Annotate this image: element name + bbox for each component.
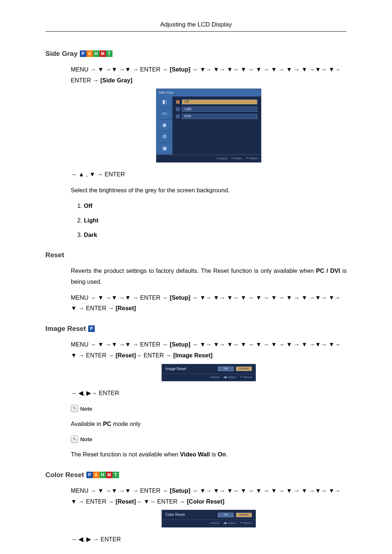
osd-option-light: Light [176,107,257,112]
badge-m-icon: M [106,472,113,478]
on-label: On [217,451,226,457]
badge-p-icon: P [86,472,93,478]
radio-icon [176,115,180,118]
path-segment: MENU → ▼ →▼ →▼ → ENTER → [71,66,170,73]
osd-dialog: Color Reset Ok Cancel ♦ Move ◀▶ Adjust ↶… [162,510,256,527]
page-header: Adjusting the LCD Display [45,21,347,32]
note-row: ✎ Note [71,404,347,414]
osd-option-off: Off [176,99,257,104]
badge-h-icon: H [99,472,106,478]
text-segment: Reverts the product settings to factory … [71,267,316,274]
option-label: Off [182,99,257,104]
reset-heading-text: Reset [45,251,64,259]
radio-icon [176,107,180,111]
ok-button: Ok [218,366,234,371]
text-segment: mode only [111,420,141,427]
text-segment: is [210,451,217,457]
badge-m-icon: M [99,50,106,57]
badge-a-icon: A [86,50,93,57]
list-item: Off [84,201,347,212]
dialog-title: Image Reset [166,366,186,372]
image-reset-postnav: → ◀, ▶→ ENTER [71,388,347,399]
target-label: [Color Reset] [187,498,225,505]
badge-p-icon: P [88,325,95,332]
osd-option-dark: Dark [176,114,257,119]
cancel-button: Cancel [236,366,252,371]
osd-footer-return: ↶ Return [246,156,258,161]
dialog-title: Color Reset [166,512,185,518]
list-item: Light [84,215,347,226]
dialog-hint-adjust: ◀▶ Adjust [223,521,236,526]
pc-label: PC [103,420,111,427]
color-reset-dialog: Color Reset Ok Cancel ♦ Move ◀▶ Adjust ↶… [71,510,347,527]
channel-icon: ◉ [156,120,172,131]
side-gray-heading: Side Gray P A H M T [45,50,347,58]
setup-icon: ⚙ [156,131,172,143]
image-reset-content: MENU → ▼ →▼ →▼ → ENTER → [Setup] → ▼→ ▼→… [71,339,347,460]
path-segment: MENU → ▼ →▼ →▼ → ENTER → [71,487,170,494]
cancel-button: Cancel [236,513,252,517]
note-label: Note [80,434,92,444]
side-gray-heading-text: Side Gray [45,50,78,58]
side-gray-postnav: → ▲ , ▼ → ENTER [71,169,347,180]
badge-t-icon: T [106,50,113,57]
dialog-hint-return: ↶ Return [240,375,252,380]
picture-icon: ◧ [156,97,172,108]
note-icon: ✎ [71,436,78,443]
note-row: ✎ Note [71,434,347,444]
radio-selected-icon [176,100,180,104]
color-reset-path: MENU → ▼ →▼ →▼ → ENTER → [Setup] → ▼→ ▼→… [71,485,347,507]
osd-footer-adjust: ♦ Adjust [217,156,227,161]
side-gray-options-list: Off Light Dark [84,201,347,240]
input-icon: ▣ [156,143,172,155]
ok-button: Ok [218,513,234,517]
setup-label: [Setup] [170,487,191,494]
image-reset-dialog: Image Reset Ok Cancel ♦ Move ◀▶ Adjust ↶… [71,364,347,381]
osd-options: Off Light Dark [172,97,261,155]
setup-label: [Setup] [170,66,191,73]
sound-icon: ▭ [156,108,172,120]
list-item-label: Off [84,202,93,209]
target-label: [Image Reset] [173,352,212,358]
reset-content: Reverts the product settings to factory … [71,266,347,314]
path-segment: → ENTER → [136,352,173,358]
image-reset-note2: The Reset function is not available when… [71,449,347,460]
text-segment: . [226,451,228,457]
color-reset-heading: Color Reset P A H M T [45,471,347,479]
image-reset-heading-text: Image Reset [45,325,86,333]
list-item-label: Light [84,217,98,223]
image-reset-heading: Image Reset P [45,325,347,333]
reset-description: Reverts the product settings to factory … [71,266,347,287]
badge-t-icon: T [113,472,119,478]
osd-menu: Side Gray ◧ ▭ ◉ ⚙ ▣ Off [156,89,261,163]
path-segment: MENU → ▼ →▼ →▼ → ENTER → [71,294,170,301]
osd-footer-enter: ⏎ Enter [231,156,241,161]
text-segment: Available in [71,420,103,427]
color-reset-content: MENU → ▼ →▼ →▼ → ENTER → [Setup] → ▼→ ▼→… [71,485,347,545]
option-label: Dark [182,114,257,119]
dialog-hint-adjust: ◀▶ Adjust [223,375,236,380]
reset-label: [Reset] [116,352,136,358]
reset-path: MENU → ▼ →▼ →▼ → ENTER → [Setup] → ▼→ ▼→… [71,292,347,314]
side-gray-content: MENU → ▼ →▼ →▼ → ENTER → [Setup] → ▼→ ▼→… [71,64,347,240]
dialog-hint-move: ♦ Move [210,375,220,380]
color-reset-heading-text: Color Reset [45,471,84,479]
badge-p-icon: P [80,50,86,57]
side-gray-badges: P A H M T [80,50,113,57]
side-gray-osd: Side Gray ◧ ▭ ◉ ⚙ ▣ Off [71,89,347,163]
video-wall-label: Video Wall [180,451,210,457]
path-segment: → ▼→ ENTER → [136,498,187,505]
side-gray-description: Select the brightness of the grey for th… [71,185,347,196]
image-reset-badges: P [88,325,95,332]
target-label: [Reset] [116,305,136,311]
text-segment: The Reset function is not available when [71,451,180,457]
note-label: Note [80,404,92,414]
color-reset-postnav: → ◀, ▶ → ENTER [71,534,347,545]
image-reset-path: MENU → ▼ →▼ →▼ → ENTER → [Setup] → ▼→ ▼→… [71,339,347,361]
side-gray-path: MENU → ▼ →▼ →▼ → ENTER → [Setup] → ▼→ ▼→… [71,64,347,86]
pc-dvi-label: PC / DVI [316,267,340,274]
dialog-hint-return: ↶ Return [240,521,252,526]
reset-label: [Reset] [116,498,136,505]
note-icon: ✎ [71,405,78,412]
dialog-hint-move: ♦ Move [210,521,220,526]
